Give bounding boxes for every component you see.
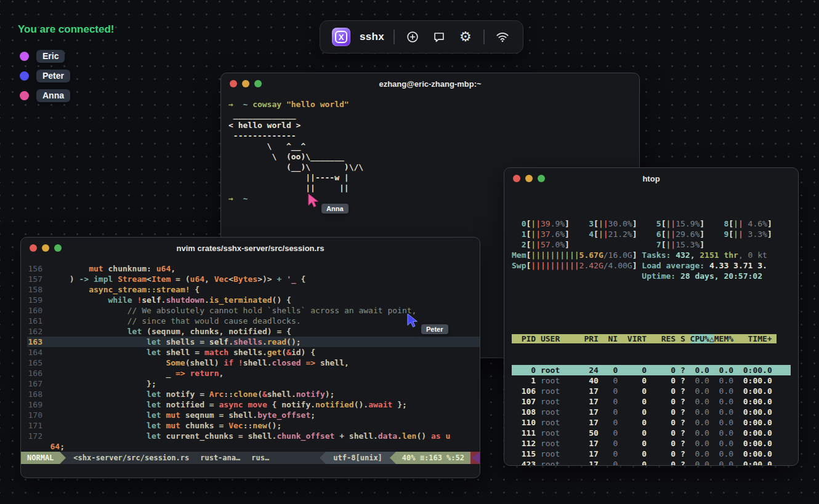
- toolbar: X sshx ⚙: [320, 20, 523, 54]
- nvim-statusline: NORMAL <shx-server/src/session.rs rust-a…: [21, 452, 480, 464]
- close-window-icon[interactable]: [30, 244, 37, 252]
- toolbar-divider: [483, 30, 485, 44]
- user-list: Eric Peter Anna: [20, 49, 70, 103]
- user-name-badge: Peter: [36, 70, 70, 82]
- statusline-filename: <shx-server/src/session.rs: [73, 452, 189, 464]
- htop-title: htop: [642, 174, 660, 183]
- vim-mode-indicator: NORMAL: [21, 452, 60, 464]
- close-window-icon[interactable]: [513, 175, 520, 182]
- app-canvas: You are connected! Eric Peter Anna X ssh…: [0, 0, 819, 504]
- user-presence: Eric: [20, 49, 70, 63]
- nvim-titlebar[interactable]: nvim crates/sshx-server/src/session.rs: [21, 238, 480, 258]
- new-terminal-button[interactable]: [404, 28, 421, 46]
- user-name-badge: Anna: [36, 89, 70, 102]
- settings-button[interactable]: ⚙: [457, 28, 474, 46]
- window-controls: [230, 80, 262, 87]
- nvim-window[interactable]: nvim crates/sshx-server/src/session.rs 1…: [20, 237, 480, 478]
- user-color-dot: [20, 91, 29, 100]
- user-presence: Anna: [20, 89, 70, 103]
- connection-status-button[interactable]: [494, 28, 511, 46]
- htop-cpu-meters: 0[||39.9%] 3[||30.0%] 5[||15.9%] 8[|| 4.…: [512, 218, 791, 281]
- statusline-separator: [60, 452, 66, 464]
- minimize-window-icon[interactable]: [242, 80, 249, 87]
- htop-table-header[interactable]: PID USER PRI NI VIRT RES S CPU%△MEM% TIM…: [512, 334, 791, 344]
- htop-screen[interactable]: 0[||39.9%] 3[||30.0%] 5[||15.9%] 8[|| 4.…: [504, 189, 798, 466]
- cursor-arrow-icon: [406, 313, 419, 329]
- statusline-end-cap: [470, 452, 480, 464]
- cursor-arrow-icon: [307, 193, 320, 209]
- nvim-title: nvim crates/sshx-server/src/session.rs: [177, 244, 325, 253]
- statusline-position: 40% ≡:163 %:52: [396, 452, 470, 464]
- close-window-icon[interactable]: [230, 80, 237, 87]
- statusline-file-section: <shx-server/src/session.rs rust-ana… rus…: [66, 452, 320, 464]
- htop-window[interactable]: htop 0[||39.9%] 3[||30.0%] 5[||15.9%] 8[…: [504, 167, 799, 466]
- toolbar-divider: [393, 30, 395, 44]
- logo-letter: X: [339, 33, 344, 42]
- sshx-logo: X: [332, 28, 350, 46]
- connected-status: You are connected!: [18, 23, 115, 36]
- terminal-titlebar[interactable]: ezhang@eric-zhang-mbp:~: [221, 73, 639, 94]
- terminal-title: ezhang@eric-zhang-mbp:~: [379, 79, 481, 89]
- statusline-separator: [320, 452, 326, 464]
- remote-cursor-anna: [307, 193, 320, 211]
- user-color-dot: [20, 52, 29, 61]
- window-controls: [513, 175, 545, 182]
- chat-button[interactable]: [430, 28, 448, 46]
- htop-titlebar[interactable]: htop: [504, 168, 798, 189]
- statusline-lsp2: rus…: [251, 452, 269, 464]
- zoom-window-icon[interactable]: [254, 80, 262, 87]
- htop-process-table[interactable]: 0 root 24 0 0 0 ? 0.0 0.0 0:00.0 1 root …: [512, 365, 791, 466]
- cursor-label-peter: Peter: [421, 324, 448, 334]
- cursor-label-anna: Anna: [321, 204, 349, 214]
- zoom-window-icon[interactable]: [54, 244, 62, 252]
- statusline-lsp: rust-ana…: [200, 452, 240, 464]
- user-name-badge: Eric: [36, 50, 65, 63]
- statusline-encoding: utf-8[unix]: [326, 452, 389, 464]
- wifi-icon: [495, 30, 510, 44]
- gear-icon: ⚙: [459, 30, 472, 44]
- plus-circle-icon: [406, 30, 419, 44]
- minimize-window-icon[interactable]: [525, 175, 533, 182]
- chat-icon: [432, 30, 446, 44]
- window-controls: [30, 244, 62, 252]
- remote-cursor-peter: [406, 313, 419, 331]
- zoom-window-icon[interactable]: [538, 175, 545, 182]
- minimize-window-icon[interactable]: [42, 244, 49, 252]
- nvim-buffer[interactable]: 156 mut chunknum: u64,157 ) -> impl Stre…: [21, 258, 480, 452]
- statusline-separator: [390, 452, 396, 464]
- app-name: sshx: [360, 31, 384, 43]
- user-color-dot: [20, 71, 29, 81]
- user-presence: Peter: [20, 69, 70, 83]
